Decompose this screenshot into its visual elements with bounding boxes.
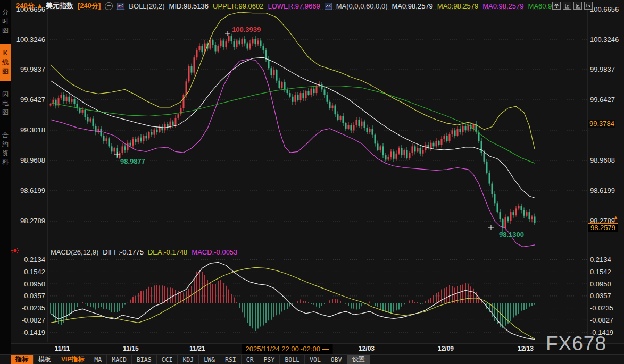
settings-button[interactable]: 设置 xyxy=(347,355,370,364)
tab-contract-info[interactable]: 合约资料 xyxy=(0,126,11,172)
scale-horizontal-icon[interactable] xyxy=(573,2,582,10)
macd-diff-line xyxy=(51,263,535,340)
axis-tick: 98.9608 xyxy=(20,156,45,164)
scale-vertical-icon[interactable] xyxy=(563,2,571,10)
prev-close-marker-label: 99.3784 xyxy=(588,120,615,128)
axis-tick: 0.0357 xyxy=(24,292,45,300)
macd-dea-value: DEA:-0.1748 xyxy=(148,248,187,256)
price-chart-canvas[interactable]: 100.6656100.6656100.3246100.324699.98379… xyxy=(0,0,624,364)
candlestick-series xyxy=(50,33,536,234)
chart-tool-buttons xyxy=(552,2,593,10)
x-axis-strip: 11/1111/1511/2112/0312/0912/132025/11/24… xyxy=(0,343,624,354)
period-indicator[interactable]: 240分 ▲ xyxy=(16,1,43,11)
macd-dea-line xyxy=(51,267,535,338)
macd-button[interactable]: MACD xyxy=(107,355,132,364)
axis-tick: -0.0235 xyxy=(22,304,45,312)
psy-button[interactable]: PSY xyxy=(259,355,280,364)
vip-indicators-tab[interactable]: VIP指标 xyxy=(56,355,89,364)
templates-tab[interactable]: 模板 xyxy=(34,355,56,364)
tab-label-char: 约 xyxy=(2,140,9,149)
axis-tick: 0.0950 xyxy=(24,280,45,288)
tab-label-char: 合 xyxy=(2,131,9,140)
tab-lightning-chart[interactable]: 闪电图 xyxy=(0,85,11,122)
boll-mid-value: MID:98.5136 xyxy=(169,2,209,10)
tab-label-char: 时 xyxy=(2,17,9,26)
boll-button[interactable]: BOLL xyxy=(280,355,305,364)
tab-label-char: 资 xyxy=(2,149,9,158)
axis-tick: 98.6199 xyxy=(20,187,45,194)
macd-histogram xyxy=(51,270,535,331)
low-annotation-1: 98.9877 xyxy=(120,157,145,165)
tab-label-char: 电 xyxy=(2,99,9,108)
axis-tick: 100.3246 xyxy=(590,36,619,44)
axis-tick: 100.3246 xyxy=(16,36,45,44)
axis-tick: 0.1542 xyxy=(590,268,611,276)
obv-button[interactable]: OBV xyxy=(326,355,347,364)
axis-tick: -0.0827 xyxy=(590,316,613,324)
axis-tick: 0.0357 xyxy=(590,292,611,300)
ma-label: MA(0,0,0,60,0,0) xyxy=(336,2,388,10)
chart-type-sidebar: 分时图K线图闪电图合约资料 xyxy=(0,0,11,364)
axis-tick: -0.1419 xyxy=(22,328,45,336)
axis-tick: -0.0827 xyxy=(22,316,45,324)
boll-upper-value: UPPER:99.0602 xyxy=(213,2,263,10)
ma0-value-3: MA0:98.2579 xyxy=(482,2,523,10)
bias-button[interactable]: BIAS xyxy=(132,355,157,364)
high-annotation: 100.3939 xyxy=(232,26,261,33)
x-axis-label: 12/03 xyxy=(359,345,375,352)
tab-time-chart[interactable]: 分时图 xyxy=(0,3,11,40)
axis-tick: -0.0235 xyxy=(590,304,613,312)
watermark-logo: FX678 xyxy=(546,333,606,355)
x-axis-label: 11/11 xyxy=(55,345,70,352)
kdj-button[interactable]: KDJ xyxy=(178,355,199,364)
latest-price-arrow-icon[interactable]: ▲ xyxy=(613,214,619,221)
rsi-button[interactable]: RSI xyxy=(220,355,242,364)
axis-tick: 98.2789 xyxy=(20,217,45,225)
axis-tick: 99.6427 xyxy=(20,96,45,104)
macd-value: MACD:-0.0053 xyxy=(192,248,237,256)
tab-label-char: 图 xyxy=(2,108,9,117)
boll-legend-icon[interactable] xyxy=(117,3,124,10)
macd-diff-value: DIFF:-0.1775 xyxy=(103,248,144,256)
ma60-value: MA60:9 xyxy=(528,2,552,10)
boll-lower-line xyxy=(51,60,535,247)
axis-tick: 99.3018 xyxy=(20,126,45,134)
axis-tick: 0.0950 xyxy=(590,280,611,288)
trading-app-window: 100.6656100.6656100.3246100.324699.98379… xyxy=(0,0,624,364)
ma0-value-2: MA0:98.2579 xyxy=(437,2,478,10)
pop-out-icon[interactable] xyxy=(584,2,593,10)
axis-tick: 0.2134 xyxy=(590,256,611,264)
tab-label-char: 图 xyxy=(2,26,9,35)
vol-button[interactable]: VOL xyxy=(305,355,326,364)
cci-button[interactable]: CCI xyxy=(157,355,178,364)
extreme-cross-markers xyxy=(114,31,494,230)
ma-button[interactable]: MA xyxy=(89,355,107,364)
pan-tool-icon[interactable] xyxy=(552,2,561,10)
boll-label: BOLL(20,2) xyxy=(129,2,164,10)
gridlines xyxy=(48,5,588,342)
tab-label-char: 图 xyxy=(2,67,9,76)
tab-label-char: 闪 xyxy=(2,90,9,99)
axis-tick: 99.9837 xyxy=(590,65,615,73)
x-axis-label: 11/21 xyxy=(189,345,205,352)
tab-label-char: 分 xyxy=(2,8,9,17)
boll-lower-value: LOWER:97.9669 xyxy=(268,2,320,10)
axis-tick: 100.6656 xyxy=(590,5,619,13)
symbol-name: 美元指数 xyxy=(46,1,73,11)
axis-tick: 98.9608 xyxy=(590,156,615,164)
cr-button[interactable]: CR xyxy=(242,355,259,364)
x-axis-label: 12/13 xyxy=(518,345,534,352)
axis-tick: 0.1542 xyxy=(24,268,45,276)
tab-label-char: K xyxy=(3,49,8,58)
collapse-icon[interactable] xyxy=(105,2,113,10)
axis-tick: 98.6199 xyxy=(590,187,615,194)
lw-button[interactable]: LW& xyxy=(199,355,220,364)
macd-header: MACD(26,12,9)DIFF:-0.1775DEA:-0.1748MACD… xyxy=(51,248,237,256)
indicators-tab[interactable]: 指标 xyxy=(11,355,34,364)
ma-legend-icon[interactable] xyxy=(325,3,332,10)
low-annotation-2: 98.1300 xyxy=(499,231,524,239)
axis-tick: 99.6427 xyxy=(590,96,615,104)
live-indicator-icon xyxy=(11,246,20,255)
tab-candlestick-chart[interactable]: K线图 xyxy=(0,44,11,81)
indicator-toolbar: 指标模板VIP指标MAMACDBIASCCIKDJLW&RSICRPSYBOLL… xyxy=(0,354,624,364)
